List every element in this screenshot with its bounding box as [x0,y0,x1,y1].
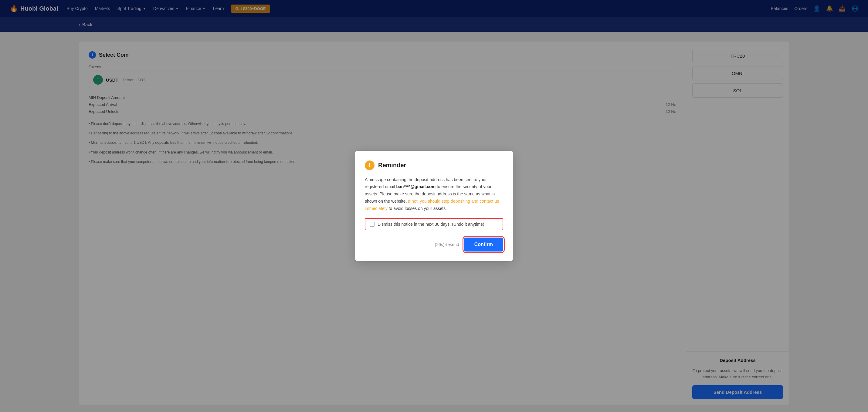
dismiss-checkbox-label[interactable]: Dismiss this notice in the next 30 days.… [377,222,485,227]
modal-checkbox-row: Dismiss this notice in the next 30 days.… [365,218,503,230]
modal-body-end: to avoid losses on your assets. [388,206,447,211]
modal-body: A message containing the deposit address… [365,176,503,212]
modal-email: ban****@gmail.com [396,184,436,189]
resend-text: (26s)Resend [435,242,459,247]
modal-header: ! Reminder [365,160,503,170]
dismiss-checkbox[interactable] [370,222,374,227]
modal-footer: (26s)Resend Confirm [365,237,503,252]
modal-overlay[interactable]: ! Reminder A message containing the depo… [0,0,868,412]
warning-icon: ! [365,160,374,170]
modal-title: Reminder [378,162,406,169]
confirm-button[interactable]: Confirm [464,237,503,252]
reminder-modal: ! Reminder A message containing the depo… [355,151,513,261]
